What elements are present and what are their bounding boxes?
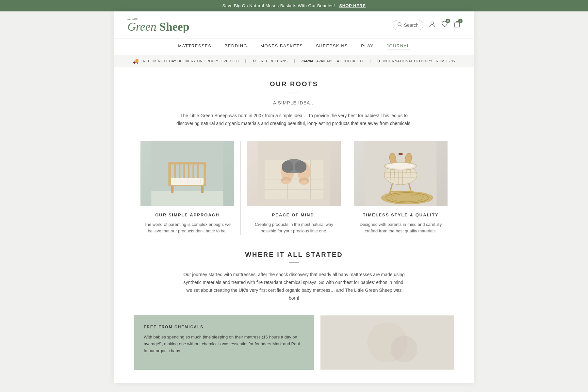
three-columns: OUR SIMPLE APPROACH The world of parenti…	[134, 141, 454, 235]
svg-rect-11	[204, 162, 206, 186]
logo-green: Green	[127, 20, 156, 33]
search-box[interactable]: Search	[393, 20, 423, 30]
svg-point-41	[288, 179, 291, 181]
where-started-title: WHERE IT ALL STARTED	[134, 251, 454, 259]
wishlist-count: 0	[446, 19, 450, 23]
where-started-section: WHERE IT ALL STARTED Our journey started…	[134, 251, 454, 302]
nav-bedding[interactable]: BEDDING	[224, 43, 247, 50]
info-klarna: Klarna. AVAILABLE AT CHECKOUT	[302, 59, 364, 63]
chemicals-title: FREE FROM CHEMICALS.	[144, 325, 304, 329]
header-actions: Search 0 3	[393, 20, 461, 30]
nav-journal[interactable]: JOURNAL	[387, 43, 410, 50]
account-icon[interactable]	[429, 21, 436, 29]
svg-point-49	[295, 161, 306, 173]
col-2-text: Creating products in the most natural wa…	[247, 221, 341, 235]
svg-rect-5	[151, 191, 223, 206]
cart-icon[interactable]: 3	[453, 21, 461, 29]
info-klarna-text: AVAILABLE AT CHECKOUT	[316, 59, 363, 63]
svg-point-70	[387, 163, 415, 169]
info-returns-text: FREE RETURNS	[258, 59, 287, 63]
wishlist-icon[interactable]: 0	[441, 21, 448, 29]
svg-rect-69	[399, 153, 403, 155]
col-1-text: The world of parenting is complex enough…	[140, 221, 234, 235]
svg-rect-8	[168, 162, 206, 165]
info-sep-2: |	[294, 59, 295, 64]
chemicals-text: With babies spending so much time sleepi…	[144, 334, 304, 354]
chemicals-image	[320, 315, 454, 370]
roots-description: The Little Green Sheep was born in 2007 …	[176, 112, 412, 128]
col-3-title: TIMELESS STYLE & QUALITY	[354, 212, 448, 217]
svg-point-73	[391, 336, 417, 363]
svg-point-51	[381, 191, 433, 204]
col-1-title: OUR SIMPLE APPROACH	[140, 212, 234, 217]
banner-text: Save Big On Natural Moses Baskets With O…	[222, 3, 339, 8]
search-label: Search	[404, 23, 418, 28]
col-peace-of-mind: PEACE OF MIND. Creating products in the …	[241, 141, 348, 235]
header: the little Green Sheep Search	[114, 11, 474, 39]
nav-mattresses[interactable]: MATTRESSES	[178, 43, 211, 50]
svg-point-2	[431, 22, 433, 24]
svg-line-1	[401, 25, 402, 26]
svg-point-46	[306, 179, 309, 182]
info-delivery: 🚚 FREE UK NEXT DAY DELIVERY ON ORDERS OV…	[133, 58, 238, 64]
info-international-text: INTERNATIONAL DELIVERY FROM £6.95	[383, 59, 455, 63]
banner-link[interactable]: SHOP HERE	[339, 3, 366, 8]
nav-play[interactable]: PLAY	[361, 43, 373, 50]
roots-title: OUR ROOTS	[134, 80, 454, 88]
nav-sheepskins[interactable]: SHEEPSKINS	[316, 43, 348, 50]
where-started-divider	[289, 262, 299, 263]
roots-subtitle: A SIMPLE IDEA...	[134, 100, 454, 105]
chemicals-section: FREE FROM CHEMICALS. With babies spendin…	[134, 315, 314, 370]
info-returns: ↩ FREE RETURNS	[253, 58, 287, 64]
col-simple-approach: OUR SIMPLE APPROACH The world of parenti…	[134, 141, 241, 235]
logo-sheep: Sheep	[159, 20, 189, 33]
search-icon	[398, 22, 402, 28]
info-international: ✈ INTERNATIONAL DELIVERY FROM £6.95	[377, 58, 455, 64]
col-image-basket	[354, 141, 448, 206]
info-bar: 🚚 FREE UK NEXT DAY DELIVERY ON ORDERS OV…	[114, 55, 474, 67]
klarna-icon: Klarna.	[302, 59, 314, 63]
svg-point-48	[282, 161, 293, 173]
info-delivery-text: FREE UK NEXT DAY DELIVERY ON ORDERS OVER…	[140, 59, 238, 63]
where-started-description: Our journey started with mattresses, aft…	[183, 271, 405, 302]
main-nav: MATTRESSES BEDDING MOSES BASKETS SHEEPSK…	[114, 39, 474, 55]
nav-moses-baskets[interactable]: MOSES BASKETS	[260, 43, 303, 50]
roots-divider	[289, 92, 299, 92]
svg-rect-10	[168, 162, 171, 186]
bottom-columns: FREE FROM CHEMICALS. With babies spendin…	[134, 315, 454, 370]
delivery-icon: 🚚	[133, 58, 139, 64]
returns-icon: ↩	[253, 58, 256, 64]
col-3-text: Designed with parents in mind and carefu…	[354, 221, 448, 235]
logo-brand: Green Sheep	[127, 20, 189, 33]
info-sep-1: |	[245, 59, 246, 64]
col-image-crib	[140, 141, 234, 206]
col-image-baby	[247, 141, 341, 206]
top-banner: Save Big On Natural Moses Baskets With O…	[0, 0, 588, 11]
main-content: OUR ROOTS A SIMPLE IDEA... The Little Gr…	[114, 67, 474, 383]
logo[interactable]: the little Green Sheep	[127, 17, 189, 33]
col-timeless-style: TIMELESS STYLE & QUALITY Designed with p…	[347, 141, 454, 235]
international-icon: ✈	[377, 58, 381, 64]
cart-count: 3	[458, 19, 463, 23]
roots-section: OUR ROOTS A SIMPLE IDEA... The Little Gr…	[134, 80, 454, 128]
info-sep-3: |	[370, 59, 370, 64]
col-2-title: PEACE OF MIND.	[247, 212, 341, 217]
svg-rect-3	[454, 23, 460, 27]
